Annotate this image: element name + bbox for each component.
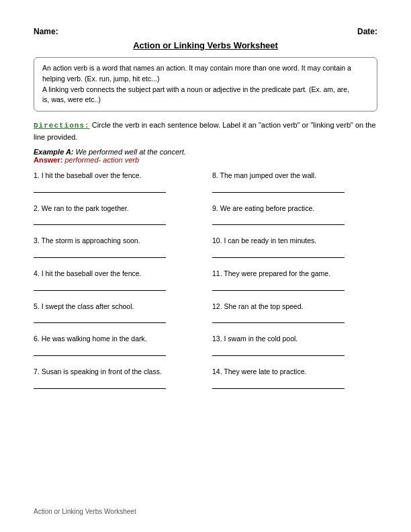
answer-text: performed- action verb [64,156,139,164]
answer-line [212,183,345,193]
info-line-2: helping verb. (Ex. run, jump, hit etc...… [42,74,369,85]
answer-line [34,249,166,258]
left-sentence-1: 1. I hit the baseball over the fence. [34,171,199,193]
sentences-section: 1. I hit the baseball over the fence.2. … [34,171,377,400]
sentence-text: 6. He was walking home in the dark. [34,334,199,344]
answer-line [34,380,166,389]
sentence-text: 2. We ran to the park together. [34,204,199,214]
header-row: Name: Date: [34,27,377,36]
sentence-text: 14. They were late to practice. [212,367,377,377]
date-label: Date: [357,27,377,36]
answer-line [212,249,345,258]
sentence-text: 1. I hit the baseball over the fence. [34,171,199,181]
sentence-text: 13. I swam in the cold pool. [212,334,377,344]
example-line: Example A: We performed well at the conc… [34,148,377,156]
info-line-1: An action verb is a word that names an a… [42,63,369,74]
name-label: Name: [34,27,58,36]
left-sentence-3: 3. The storm is approaching soon. [34,236,199,258]
right-sentence-4: 11. They were prepared for the game. [212,269,377,291]
sentence-text: 3. The storm is approaching soon. [34,236,199,246]
sentence-text: 10. I can be ready in ten minutes. [212,236,377,246]
right-column: 8. The man jumped over the wall.9. We ar… [212,171,377,400]
directions-label: Directions: [34,122,90,130]
page: Name: Date: Action or Linking Verbs Work… [0,0,411,532]
left-sentence-7: 7. Susan is speaking in front of the cla… [34,367,199,389]
footer: Action or Linking Verbs Worksheet [34,508,136,515]
worksheet-title: Action or Linking Verbs Worksheet [34,40,377,50]
info-line-3: A linking verb connects the subject part… [42,85,369,95]
answer-line [34,281,166,291]
left-sentence-6: 6. He was walking home in the dark. [34,334,199,356]
directions: Directions: Circle the verb in each sent… [34,120,377,142]
sentence-text: 4. I hit the baseball over the fence. [34,269,199,279]
sentence-text: 11. They were prepared for the game. [212,269,377,279]
info-line-4: is, was, were etc..) [42,95,369,105]
answer-line [212,347,345,356]
right-sentence-6: 13. I swam in the cold pool. [212,334,377,356]
right-sentence-2: 9. We are eating before practice. [212,204,377,226]
right-sentence-7: 14. They were late to practice. [212,367,377,389]
answer-line [212,314,345,323]
answer-line [212,380,345,389]
answer-line [34,314,166,323]
example-block: Example A: We performed well at the conc… [34,148,377,164]
answer-line [34,347,166,356]
left-sentence-5: 5. I swept the class after school. [34,302,199,324]
left-sentence-2: 2. We ran to the park together. [34,204,199,226]
sentence-text: 8. The man jumped over the wall. [212,171,377,181]
left-column: 1. I hit the baseball over the fence.2. … [34,171,199,400]
right-sentence-1: 8. The man jumped over the wall. [212,171,377,193]
right-sentence-3: 10. I can be ready in ten minutes. [212,236,377,258]
answer-line [34,183,166,193]
answer-line-example: Answer: performed- action verb [34,156,377,164]
answer-line [212,281,345,291]
sentence-text: 7. Susan is speaking in front of the cla… [34,367,199,377]
sentence-text: 9. We are eating before practice. [212,204,377,214]
answer-line [212,216,345,225]
sentence-text: 5. I swept the class after school. [34,302,199,312]
sentence-text: 12. She ran at the top speed. [212,302,377,312]
example-label: Example A: [34,148,74,156]
answer-line [34,216,166,225]
right-sentence-5: 12. She ran at the top speed. [212,302,377,324]
info-box: An action verb is a word that names an a… [34,57,377,112]
left-sentence-4: 4. I hit the baseball over the fence. [34,269,199,291]
answer-label: Answer: [34,156,62,164]
example-sentence: We performed well at the concert. [76,148,186,156]
